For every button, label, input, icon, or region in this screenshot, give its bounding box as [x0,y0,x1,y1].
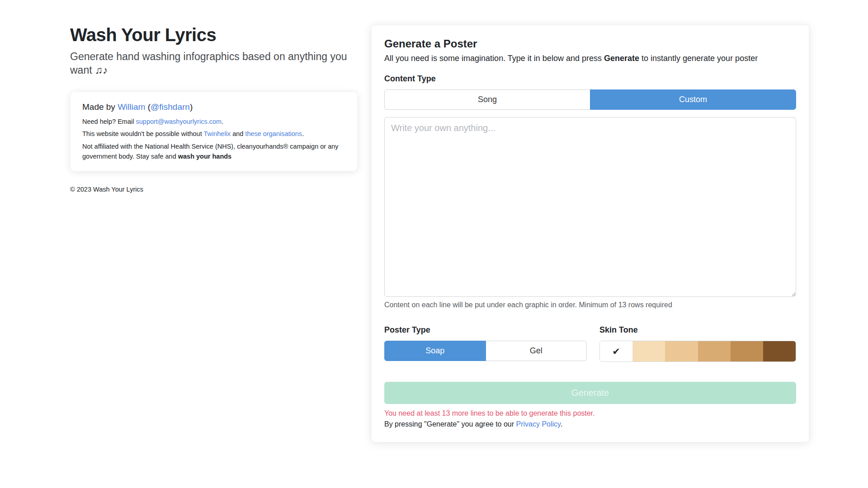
skin-tone-option-light[interactable] [632,341,665,361]
options-row: Poster Type Soap Gel Skin Tone ✔ [384,325,796,362]
disclaimer-line: Not affiliated with the National Health … [82,142,345,162]
credits-mid: and [231,130,245,137]
privacy-before: By pressing "Generate" you agree to our [384,420,516,428]
help-line: Need help? Email support@washyourlyrics.… [82,117,345,127]
poster-type-gel-button[interactable]: Gel [486,341,587,361]
content-type-label: Content Type [384,74,796,84]
help-period: . [222,118,223,125]
copyright: © 2023 Wash Your Lyrics [70,186,358,193]
content-type-song-button[interactable]: Song [384,89,590,110]
panel-intro: All you need is some imagination. Type i… [384,54,796,63]
twitter-handle-link[interactable]: @fishdarn [151,102,190,112]
textarea-helper-text: Content on each line will be put under e… [384,301,796,309]
intro-after: to instantly generate your poster [639,54,758,63]
credits-line: This website wouldn't be possible withou… [82,129,345,139]
skin-tone-section: Skin Tone ✔ [599,325,796,362]
poster-type-soap-button[interactable]: Soap [384,341,486,361]
page: Wash Your Lyrics Generate hand washing i… [0,0,868,469]
poster-type-section: Poster Type Soap Gel [384,325,587,362]
site-title: Wash Your Lyrics [70,25,358,45]
content-type-custom-button[interactable]: Custom [590,89,796,110]
wash-your-hands-bold: wash your hands [178,153,231,160]
paren-close: ) [190,102,193,112]
credits-prefix: This website wouldn't be possible withou… [82,130,203,137]
author-link[interactable]: William [118,102,145,112]
organisations-link[interactable]: these organisations [245,130,302,137]
music-notes-icon: ♫♪ [95,64,108,76]
left-column: Wash Your Lyrics Generate hand washing i… [70,25,358,193]
custom-content-textarea[interactable] [384,117,796,297]
skin-tone-option-medium-light[interactable] [665,341,698,361]
skin-tone-label: Skin Tone [599,325,796,335]
help-prefix: Need help? Email [82,118,136,125]
site-subtitle-text: Generate hand washing infographics based… [70,51,347,76]
intro-before: All you need is some imagination. Type i… [384,54,604,63]
skin-tone-option-medium-dark[interactable] [731,341,763,361]
privacy-line: By pressing "Generate" you agree to our … [384,420,796,428]
made-by-line: Made by William (@fishdarn) [82,102,345,112]
lines-required-error: You need at least 13 more lines to be ab… [384,409,796,418]
privacy-after: . [561,420,562,428]
made-by-prefix: Made by [82,102,118,112]
paren-open: ( [145,102,151,112]
generate-button[interactable]: Generate [384,382,796,404]
intro-bold: Generate [604,54,639,63]
support-email-link[interactable]: support@washyourlyrics.com [136,118,222,125]
made-by-card: Made by William (@fishdarn) Need help? E… [70,92,358,171]
privacy-policy-link[interactable]: Privacy Policy [516,420,561,428]
generate-poster-panel: Generate a Poster All you need is some i… [371,25,809,442]
skin-tone-option-dark[interactable] [763,341,796,361]
credits-end: . [302,130,304,137]
poster-type-group: Soap Gel [384,341,587,361]
panel-title: Generate a Poster [384,38,796,50]
twinhelix-link[interactable]: Twinhelix [203,130,231,137]
content-type-group: Song Custom [384,89,796,110]
skin-tone-group: ✔ [599,341,796,362]
site-subtitle: Generate hand washing infographics based… [70,50,358,77]
skin-tone-option-medium[interactable] [698,341,731,361]
skin-tone-option-default[interactable]: ✔ [600,341,632,361]
check-icon: ✔ [612,346,620,357]
poster-type-label: Poster Type [384,325,587,335]
